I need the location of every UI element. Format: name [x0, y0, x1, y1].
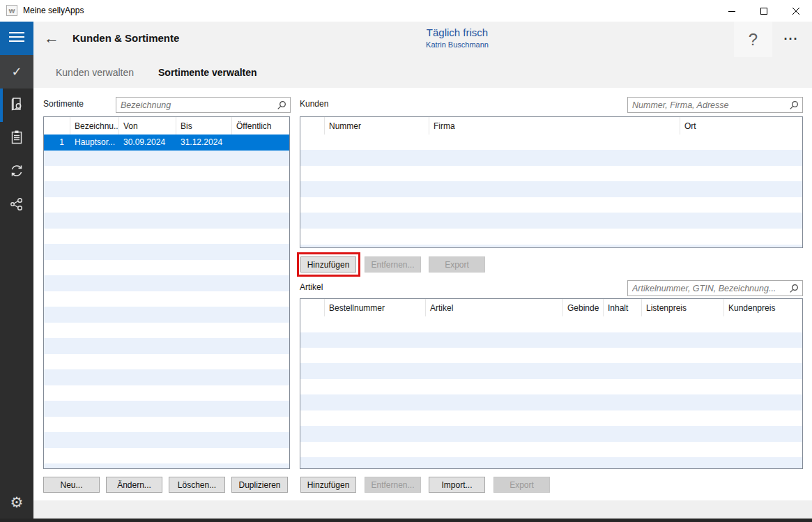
artikel-export-button: Export — [493, 477, 550, 493]
close-icon — [792, 7, 800, 15]
sidebar-item-kunden-sortimente[interactable] — [0, 89, 33, 122]
maximize-button[interactable] — [748, 0, 780, 22]
back-arrow-icon: ← — [44, 29, 59, 47]
column-header-gebinde[interactable]: Gebinde — [563, 299, 604, 316]
sidebar: ✓ ⚙ — [0, 55, 33, 519]
column-header-rownum[interactable] — [300, 299, 325, 316]
account-info[interactable]: Täglich frisch Katrin Buschmann — [426, 26, 489, 49]
column-header-artikel[interactable]: Artikel — [426, 299, 563, 316]
kunden-export-button: Export — [429, 256, 485, 272]
kunden-table-body[interactable] — [300, 135, 802, 247]
artikel-table-body[interactable] — [300, 316, 802, 468]
maximize-icon — [760, 7, 768, 15]
artikel-label: Artikel — [300, 282, 323, 292]
search-icon — [277, 100, 286, 113]
sidebar-item-share[interactable] — [0, 189, 33, 222]
close-button[interactable] — [780, 0, 812, 22]
title-bar: w Meine sellyApps — [0, 0, 812, 22]
artikel-hinzufuegen-button[interactable]: Hinzufügen — [300, 477, 356, 493]
column-header-ort[interactable]: Ort — [680, 117, 802, 135]
column-header-bezeichnung[interactable]: Bezeichnu... — [70, 117, 119, 135]
column-header-bestellnummer[interactable]: Bestellnummer — [325, 299, 426, 316]
bottom-strip — [33, 500, 812, 519]
kunden-search — [627, 97, 803, 113]
cell-von: 30.09.2024 — [119, 137, 176, 147]
window-title: Meine sellyApps — [23, 0, 84, 22]
app-logo-icon: w — [6, 5, 17, 16]
more-button[interactable]: ··· — [775, 22, 807, 57]
sidebar-selection-indicator — [0, 89, 3, 122]
column-header-von[interactable]: Von — [119, 117, 176, 135]
search-icon — [789, 284, 799, 296]
window-border-bottom — [0, 519, 812, 522]
sortimente-table-header: Bezeichnu... Von Bis Öffentlich — [44, 117, 289, 135]
clipboard-icon — [8, 129, 25, 148]
column-header-bis[interactable]: Bis — [176, 117, 232, 135]
artikel-table: Bestellnummer Artikel Gebinde Inhalt Lis… — [300, 298, 803, 469]
tab-bar — [33, 57, 812, 88]
column-header-inhalt[interactable]: Inhalt — [604, 299, 642, 316]
cell-bis: 31.12.2024 — [176, 137, 232, 147]
hamburger-icon — [9, 31, 24, 45]
share-icon — [8, 196, 25, 215]
column-header-listenpreis[interactable]: Listenpreis — [642, 299, 724, 316]
check-icon: ✓ — [11, 64, 22, 79]
help-button[interactable]: ? — [734, 22, 772, 57]
kunden-entfernen-button: Entfernen... — [365, 256, 421, 272]
help-icon: ? — [749, 30, 758, 49]
account-user: Katrin Buschmann — [426, 40, 489, 49]
loeschen-button[interactable]: Löschen... — [169, 477, 225, 493]
tab-sortimente-verwalten[interactable]: Sortimente verwalten — [158, 57, 257, 88]
artikel-search-input[interactable] — [628, 281, 802, 295]
search-icon — [789, 100, 799, 113]
column-header-oeffentlich[interactable]: Öffentlich — [232, 117, 289, 135]
sortimente-search-input[interactable] — [116, 98, 290, 112]
sortimente-label: Sortimente — [43, 99, 84, 109]
sidebar-item-sync[interactable] — [0, 155, 33, 189]
minimize-icon — [728, 7, 736, 15]
aendern-button[interactable]: Ändern... — [106, 477, 162, 493]
sidebar-item-tasks[interactable]: ✓ — [0, 55, 33, 89]
kunden-label: Kunden — [300, 99, 328, 109]
account-name: Täglich frisch — [426, 26, 489, 38]
catalog-search-icon — [8, 95, 25, 115]
artikel-table-header: Bestellnummer Artikel Gebinde Inhalt Lis… — [300, 299, 802, 317]
more-icon: ··· — [784, 32, 799, 47]
sync-icon — [8, 162, 25, 182]
artikel-import-button[interactable]: Import... — [429, 477, 485, 493]
column-header-nummer[interactable]: Nummer — [325, 117, 429, 135]
kunden-hinzufuegen-button[interactable]: Hinzufügen — [300, 256, 356, 272]
kunden-table-header: Nummer Firma Ort — [300, 117, 802, 135]
table-row-selected[interactable]: 1 Hauptsor... 30.09.2024 31.12.2024 — [44, 135, 289, 151]
artikel-entfernen-button: Entfernen... — [365, 477, 421, 493]
neu-button[interactable]: Neu... — [43, 477, 100, 493]
sortimente-table: Bezeichnu... Von Bis Öffentlich 1 Haupts… — [43, 116, 290, 469]
kunden-search-input[interactable] — [628, 98, 802, 112]
cell-bezeichnung: Hauptsor... — [70, 137, 119, 147]
sortimente-search — [116, 97, 291, 113]
sortimente-table-body[interactable]: 1 Hauptsor... 30.09.2024 31.12.2024 — [44, 135, 289, 468]
column-header-firma[interactable]: Firma — [429, 117, 680, 135]
duplizieren-button[interactable]: Duplizieren — [231, 477, 288, 493]
gear-icon: ⚙ — [10, 494, 24, 511]
artikel-search — [627, 280, 803, 296]
column-header-kundenpreis[interactable]: Kundenpreis — [724, 299, 802, 316]
minimize-button[interactable] — [716, 0, 748, 22]
column-header-rownum[interactable] — [44, 117, 70, 135]
hamburger-button[interactable] — [0, 22, 33, 55]
back-button[interactable]: ← — [40, 28, 63, 50]
kunden-table: Nummer Firma Ort — [300, 116, 803, 248]
settings-button[interactable]: ⚙ — [0, 488, 33, 517]
tab-kunden-verwalten[interactable]: Kunden verwalten — [56, 57, 134, 88]
column-header-rownum[interactable] — [300, 117, 325, 135]
cell-rownum: 1 — [44, 137, 70, 147]
sidebar-item-clipboard[interactable] — [0, 122, 33, 155]
page-title: Kunden & Sortimente — [72, 32, 179, 44]
